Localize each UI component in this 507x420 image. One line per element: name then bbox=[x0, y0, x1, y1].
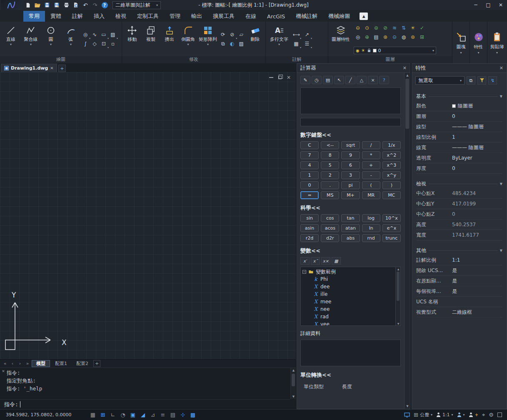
new-drawing-tab-button[interactable]: + bbox=[58, 65, 66, 72]
calc-scientific-key[interactable]: acos bbox=[321, 224, 339, 232]
property-row[interactable]: 開啟 UCS... 是 bbox=[416, 265, 502, 276]
polar-tracking-toggle[interactable]: ◔ bbox=[118, 411, 127, 419]
angle-icon[interactable]: △ bbox=[357, 76, 367, 84]
panel-caption-modify[interactable]: 修改 bbox=[122, 56, 265, 63]
command-close-icon[interactable]: ✕ bbox=[1, 369, 6, 374]
edit-hatch-icon[interactable]: ▧ bbox=[237, 40, 245, 48]
property-row[interactable]: 線型 ——— 隨圖層 bbox=[416, 122, 502, 132]
save-as-button[interactable] bbox=[52, 1, 61, 9]
calc-key[interactable]: - bbox=[362, 171, 380, 179]
clear-icon[interactable]: ✎ bbox=[300, 76, 310, 84]
calc-key[interactable]: x^y bbox=[382, 171, 401, 179]
tab-home[interactable]: 常用 bbox=[23, 11, 45, 22]
text-style-icon[interactable]: ☰ bbox=[303, 40, 311, 48]
return-to-input-icon[interactable]: ▦ bbox=[332, 257, 341, 265]
distance-between-points-icon[interactable]: ╱ bbox=[345, 76, 355, 84]
add-layout-button[interactable]: + bbox=[93, 360, 100, 367]
layer-tool-icon[interactable]: ⊖ bbox=[354, 24, 362, 32]
calc-key[interactable]: 4 bbox=[300, 161, 319, 169]
command-input[interactable]: 指令: bbox=[0, 399, 290, 409]
circle-button[interactable]: 圓 ▾ bbox=[41, 22, 60, 55]
calc-key[interactable]: x^2 bbox=[382, 151, 401, 159]
layer-tool-icon[interactable]: ⊝ bbox=[390, 33, 399, 41]
tab-express-tools[interactable]: 擴展工具 bbox=[207, 11, 240, 22]
tab-custom-tools[interactable]: 定制工具 bbox=[132, 11, 164, 22]
units-selector[interactable]: ⊞ 公釐 ▾ bbox=[414, 412, 432, 418]
property-row[interactable]: 透明度 ByLayer bbox=[416, 153, 502, 163]
scrollbar-thumb[interactable] bbox=[397, 272, 400, 301]
collapse-node-icon[interactable] bbox=[302, 270, 306, 274]
open-button[interactable] bbox=[33, 1, 42, 9]
revision-cloud-icon[interactable]: ∫ bbox=[81, 40, 90, 48]
scrollbar-thumb[interactable] bbox=[292, 374, 295, 386]
dynamic-ucs-toggle[interactable]: ⊿ bbox=[148, 411, 157, 419]
numpad-section-header[interactable]: 數字鍵盤<< bbox=[300, 131, 401, 139]
calc-key[interactable]: sqrt bbox=[341, 141, 360, 149]
property-row[interactable]: 中心點X 485.4234 bbox=[416, 188, 502, 199]
collapse-section-icon[interactable]: ▼ bbox=[500, 249, 502, 252]
viewport-minimize-icon[interactable] bbox=[269, 77, 273, 78]
calc-scientific-key[interactable]: trunc bbox=[382, 234, 401, 242]
property-row[interactable]: 每個視埠... 是 bbox=[416, 286, 502, 297]
get-coordinates-icon[interactable]: ↖ bbox=[334, 76, 344, 84]
calc-key[interactable]: 2 bbox=[321, 171, 339, 179]
select-objects-button[interactable]: ↯ bbox=[488, 76, 497, 85]
calc-key[interactable]: x^3 bbox=[382, 161, 401, 169]
snap-toggle[interactable]: ▦ bbox=[88, 411, 97, 419]
leader-icon[interactable]: ↗ bbox=[303, 30, 311, 39]
region-icon[interactable]: ⊡ bbox=[100, 40, 108, 48]
minimize-button[interactable]: ─ bbox=[470, 0, 482, 10]
erase-button[interactable]: 刪除 bbox=[246, 22, 264, 55]
layer-properties-button[interactable]: 圖層特性 bbox=[330, 22, 352, 55]
property-row[interactable]: 視覺型式 二維線框 bbox=[416, 307, 502, 318]
object-snap-toggle[interactable]: ▣ bbox=[128, 411, 137, 419]
layer-tool-icon[interactable]: ⊙ bbox=[363, 24, 371, 32]
layer-tool-icon[interactable]: ▤ bbox=[372, 33, 380, 41]
scroll-down-icon[interactable]: ▼ bbox=[291, 394, 296, 399]
calc-scientific-key[interactable]: 10^x bbox=[382, 214, 401, 222]
intersection-icon[interactable]: × bbox=[368, 76, 378, 84]
variable-item[interactable]: X mee bbox=[302, 298, 395, 305]
quick-select-button[interactable] bbox=[477, 76, 486, 85]
variable-item[interactable]: X nee bbox=[302, 305, 395, 313]
tab-online[interactable]: 在線 bbox=[240, 11, 262, 22]
paste-to-commandline-icon[interactable]: ▤ bbox=[323, 76, 333, 84]
layer-tool-icon[interactable]: ⊕ bbox=[363, 33, 371, 41]
viewport-restore-icon[interactable] bbox=[278, 76, 282, 79]
property-row[interactable]: 顏色 隨圖層 bbox=[416, 101, 502, 111]
calc-scientific-key[interactable]: e^x bbox=[382, 224, 401, 232]
variable-item[interactable]: X rad bbox=[302, 313, 395, 320]
properties-close-icon[interactable]: ✕ bbox=[500, 65, 503, 71]
calculator-header[interactable]: 計算器 ✕ bbox=[297, 64, 410, 73]
object-snap-tracking-toggle[interactable]: ◢ bbox=[138, 411, 147, 419]
calc-scientific-key[interactable]: d2r bbox=[321, 234, 339, 242]
collapse-section-icon[interactable]: ▼ bbox=[500, 95, 502, 98]
calc-key[interactable]: 5 bbox=[321, 161, 339, 169]
scroll-down-icon[interactable]: ▼ bbox=[396, 322, 401, 325]
annotation-visibility-button[interactable]: ▾ bbox=[457, 412, 465, 418]
stretch-button[interactable]: 擠出 bbox=[160, 22, 178, 55]
previous-layout-button[interactable]: ‹ bbox=[9, 360, 16, 367]
section-basic[interactable]: 基本 ▼ bbox=[416, 93, 502, 100]
tab-output[interactable]: 輸出 bbox=[186, 11, 207, 22]
calc-scientific-key[interactable]: abs bbox=[341, 234, 360, 242]
layer-tool-icon[interactable]: ◍ bbox=[400, 33, 408, 41]
layer-tool-icon[interactable]: ⊞ bbox=[418, 33, 426, 41]
rotate-icon[interactable]: ⟳ bbox=[219, 30, 227, 39]
calc-key[interactable]: + bbox=[362, 161, 380, 169]
layer-tool-icon[interactable]: ⊛ bbox=[381, 33, 390, 41]
annotation-scale-selector[interactable]: 1:1 ▾ bbox=[436, 412, 453, 418]
new-file-button[interactable] bbox=[23, 1, 32, 9]
tab-arcgis[interactable]: ArcGIS bbox=[262, 11, 290, 22]
selection-type-dropdown[interactable]: 無選取 ▾ bbox=[415, 76, 465, 85]
workspace-selector[interactable]: 二維草圖與註解 ▾ bbox=[112, 1, 161, 9]
transparency-toggle[interactable]: ▤ bbox=[168, 411, 177, 419]
mtext-button[interactable]: A 多行文字 ▾ bbox=[267, 22, 291, 55]
calc-key[interactable]: C bbox=[300, 141, 319, 149]
variable-item[interactable]: k Phi bbox=[302, 275, 395, 283]
center-circle-icon[interactable]: ◎ bbox=[81, 30, 90, 39]
calc-key[interactable]: * bbox=[362, 151, 380, 159]
property-row[interactable]: 高度 540.2537 bbox=[416, 220, 502, 230]
calculator-scrollbar[interactable]: ▲ ▼ bbox=[404, 73, 410, 409]
scroll-up-icon[interactable]: ▲ bbox=[396, 268, 401, 270]
